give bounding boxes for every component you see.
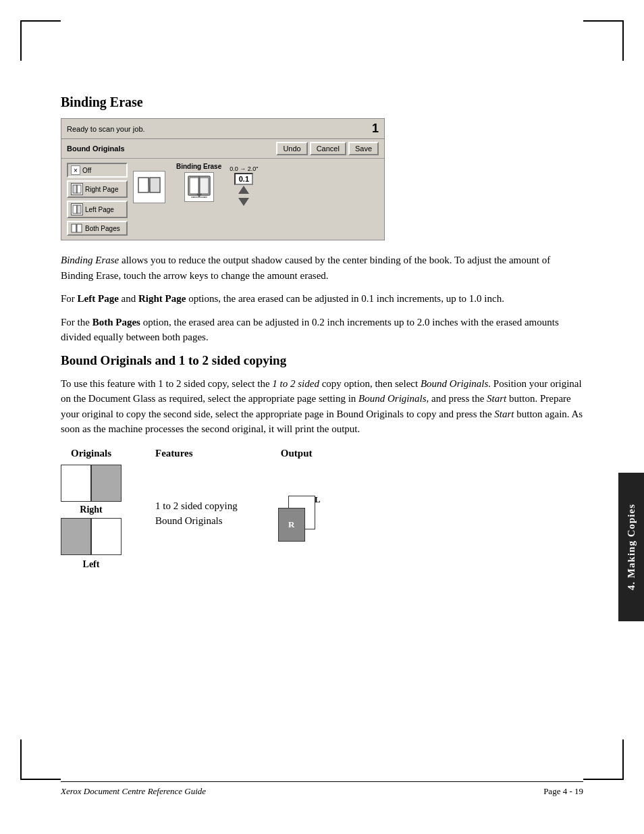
undo-button[interactable]: Undo xyxy=(276,142,307,155)
top-right-page xyxy=(91,465,122,502)
option-right-page[interactable]: Right Page xyxy=(67,180,128,198)
bottom-pages xyxy=(61,518,122,555)
features-line2: Bound Originals xyxy=(155,513,238,529)
start-term-2: Start xyxy=(494,409,514,419)
counter-up-arrow[interactable] xyxy=(238,186,249,194)
output-L-label: L xyxy=(315,494,321,505)
svg-rect-3 xyxy=(73,205,77,213)
svg-rect-6 xyxy=(72,224,76,232)
ui-options-panel: × Off Right Page xyxy=(67,163,128,236)
ui-toolbar-label: Bound Originals xyxy=(67,145,125,153)
originals-stack: Right Left xyxy=(61,465,122,570)
binding-erase-label: Binding Erase xyxy=(176,163,221,170)
ui-page-number: 1 xyxy=(372,122,379,136)
corner-border-bl-v xyxy=(20,739,22,780)
top-left-page xyxy=(61,465,91,502)
ui-toolbar: Bound Originals Undo Cancel Save xyxy=(61,139,384,159)
left-page-diagram-label: Left xyxy=(83,559,100,570)
binding-erase-title: Binding Erase xyxy=(61,95,583,110)
corner-border-bl-h xyxy=(20,779,61,780)
svg-rect-4 xyxy=(77,205,81,213)
corner-border-br-v xyxy=(622,739,624,780)
ui-mockup: Ready to scan your job. 1 Bound Original… xyxy=(61,118,385,240)
body-text-3: For the Both Pages option, the erased ar… xyxy=(61,315,583,345)
features-label: Features xyxy=(155,448,193,459)
option-left-page[interactable]: Left Page xyxy=(67,201,128,218)
svg-rect-9 xyxy=(138,178,149,192)
binding-erase-book-icon xyxy=(184,172,214,202)
option-off[interactable]: × Off xyxy=(67,163,128,178)
sidebar-tab: 4. Making Copies xyxy=(618,473,644,621)
off-label: Off xyxy=(82,167,91,174)
binding-erase-area: Binding Erase xyxy=(176,163,221,204)
bound-originals-term-2: Bound Originals, xyxy=(358,393,429,404)
left-page-bold: Left Page xyxy=(78,293,119,304)
both-pages-label: Both Pages xyxy=(85,225,120,232)
open-book-icon xyxy=(133,171,165,203)
bound-originals-term: Bound Originals xyxy=(421,378,488,389)
svg-rect-13 xyxy=(190,178,198,194)
bottom-left-page xyxy=(61,518,91,555)
save-button[interactable]: Save xyxy=(348,142,379,155)
binding-erase-term: Binding Erase xyxy=(61,255,119,265)
body-text-2: For Left Page and Right Page options, th… xyxy=(61,291,583,307)
svg-rect-0 xyxy=(73,185,77,193)
ui-action-buttons: Undo Cancel Save xyxy=(276,142,379,155)
output-label: Output xyxy=(281,448,313,459)
counter-range-label: 0.0 → 2.0" xyxy=(230,165,258,172)
output-pages: L R xyxy=(278,496,315,542)
left-page-label: Left Page xyxy=(85,206,114,213)
both-pages-icon xyxy=(71,224,83,233)
cancel-button[interactable]: Cancel xyxy=(310,142,346,155)
bound-originals-body: To use this feature with 1 to 2 sided co… xyxy=(61,376,583,437)
diagram-area: Originals Right Left Features 1 to xyxy=(61,448,583,570)
footer-left-text: Xerox Document Centre Reference Guide xyxy=(61,786,206,797)
bound-originals-title: Bound Originals and 1 to 2 sided copying xyxy=(61,353,583,368)
corner-border-tl-h xyxy=(20,20,61,22)
option-both-pages[interactable]: Both Pages xyxy=(67,221,128,236)
right-page-icon xyxy=(71,183,83,195)
start-term: Start xyxy=(487,393,506,404)
left-page-icon xyxy=(71,203,83,215)
counter-value-display: 0.1 xyxy=(234,173,253,185)
features-line1: 1 to 2 sided copying xyxy=(155,498,238,514)
counter-area: 0.0 → 2.0" 0.1 xyxy=(230,165,258,206)
svg-rect-7 xyxy=(77,224,82,232)
ui-header: Ready to scan your job. 1 xyxy=(61,119,384,139)
right-page-diagram-label: Right xyxy=(80,504,102,515)
center-icon-area xyxy=(133,168,165,203)
1to2-term: 1 to 2 sided xyxy=(272,378,319,389)
body-text-1: Binding Erase allows you to reduce the o… xyxy=(61,253,583,283)
features-text: 1 to 2 sided copying Bound Originals xyxy=(155,498,238,529)
both-pages-bold: Both Pages xyxy=(92,317,140,328)
output-page-R: R xyxy=(278,508,305,542)
svg-rect-10 xyxy=(150,178,160,192)
sidebar-tab-label: 4. Making Copies xyxy=(626,504,637,590)
top-pages xyxy=(61,465,122,502)
counter-down-arrow[interactable] xyxy=(238,198,249,206)
corner-border-tr-v xyxy=(622,20,624,61)
features-column: Features 1 to 2 sided copying Bound Orig… xyxy=(155,448,238,529)
bottom-right-page xyxy=(91,518,122,555)
right-page-label: Right Page xyxy=(85,186,118,193)
corner-border-tl-v xyxy=(20,20,22,61)
originals-column: Originals Right Left xyxy=(61,448,122,570)
corner-border-br-h xyxy=(583,779,624,780)
originals-label: Originals xyxy=(71,448,111,459)
ui-body: × Off Right Page xyxy=(61,159,384,240)
svg-rect-1 xyxy=(77,185,81,193)
output-column: Output L R xyxy=(278,448,315,542)
svg-rect-14 xyxy=(200,178,209,194)
footer-right-text: Page 4 - 19 xyxy=(543,786,583,797)
ui-status-text: Ready to scan your job. xyxy=(67,125,145,133)
output-R-label: R xyxy=(288,519,294,530)
off-checkbox-icon: × xyxy=(71,165,80,175)
page-footer: Xerox Document Centre Reference Guide Pa… xyxy=(61,781,583,797)
right-page-bold: Right Page xyxy=(138,293,186,304)
corner-border-tr-h xyxy=(583,20,624,22)
